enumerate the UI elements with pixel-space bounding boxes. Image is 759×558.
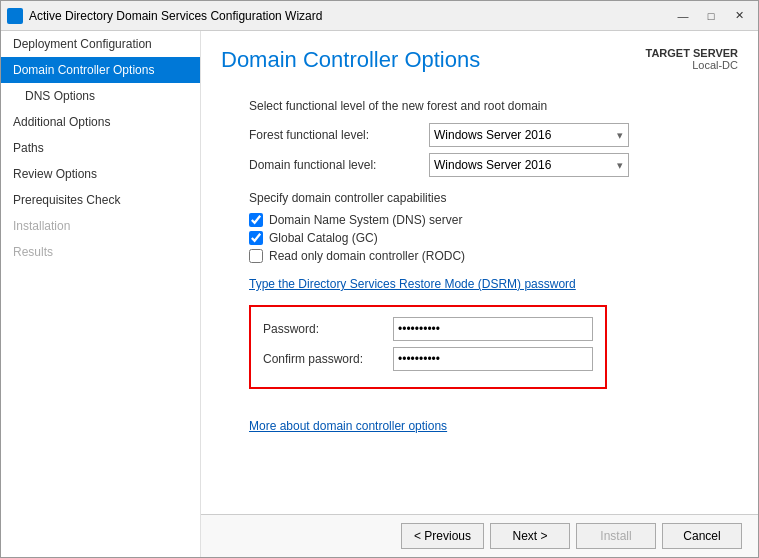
- password-row: Password:: [263, 317, 593, 341]
- sidebar-item-deployment-configuration[interactable]: Deployment Configuration: [1, 31, 200, 57]
- confirm-password-label: Confirm password:: [263, 352, 393, 366]
- footer: < Previous Next > Install Cancel: [201, 514, 758, 557]
- capabilities-section: Specify domain controller capabilities D…: [249, 191, 710, 263]
- target-server-name: Local-DC: [646, 59, 739, 71]
- more-link[interactable]: More about domain controller options: [249, 419, 447, 433]
- page-header: Domain Controller Options TARGET SERVER …: [201, 31, 758, 85]
- main-content: Domain Controller Options TARGET SERVER …: [201, 31, 758, 557]
- forest-level-label: Forest functional level:: [249, 128, 429, 142]
- cancel-button[interactable]: Cancel: [662, 523, 742, 549]
- dsrm-password-box: Password: Confirm password:: [249, 305, 607, 389]
- target-server-label: TARGET SERVER: [646, 47, 739, 59]
- domain-level-label: Domain functional level:: [249, 158, 429, 172]
- window-controls: — □ ✕: [670, 6, 752, 26]
- next-button[interactable]: Next >: [490, 523, 570, 549]
- capabilities-label: Specify domain controller capabilities: [249, 191, 710, 205]
- sidebar-item-prerequisites-check[interactable]: Prerequisites Check: [1, 187, 200, 213]
- main-body: Select functional level of the new fores…: [201, 85, 758, 514]
- dns-checkbox-label[interactable]: Domain Name System (DNS) server: [269, 213, 462, 227]
- domain-level-row: Domain functional level: Windows Server …: [249, 153, 710, 177]
- dns-checkbox-row: Domain Name System (DNS) server: [249, 213, 710, 227]
- password-input[interactable]: [393, 317, 593, 341]
- domain-level-select[interactable]: Windows Server 2016 Windows Server 2012 …: [429, 153, 629, 177]
- close-button[interactable]: ✕: [726, 6, 752, 26]
- confirm-password-input[interactable]: [393, 347, 593, 371]
- main-window: Active Directory Domain Services Configu…: [0, 0, 759, 558]
- maximize-button[interactable]: □: [698, 6, 724, 26]
- sidebar-item-results: Results: [1, 239, 200, 265]
- rodc-checkbox[interactable]: [249, 249, 263, 263]
- sidebar-item-paths[interactable]: Paths: [1, 135, 200, 161]
- previous-button[interactable]: < Previous: [401, 523, 484, 549]
- password-label: Password:: [263, 322, 393, 336]
- forest-level-select-wrapper: Windows Server 2016 Windows Server 2012 …: [429, 123, 629, 147]
- gc-checkbox-row: Global Catalog (GC): [249, 231, 710, 245]
- rodc-checkbox-row: Read only domain controller (RODC): [249, 249, 710, 263]
- sidebar: Deployment Configuration Domain Controll…: [1, 31, 201, 557]
- domain-level-select-wrapper: Windows Server 2016 Windows Server 2012 …: [429, 153, 629, 177]
- rodc-checkbox-label[interactable]: Read only domain controller (RODC): [269, 249, 465, 263]
- functional-level-description: Select functional level of the new fores…: [249, 99, 710, 113]
- target-server-info: TARGET SERVER Local-DC: [646, 47, 739, 71]
- content-area: Deployment Configuration Domain Controll…: [1, 31, 758, 557]
- install-button: Install: [576, 523, 656, 549]
- sidebar-item-installation: Installation: [1, 213, 200, 239]
- gc-checkbox-label[interactable]: Global Catalog (GC): [269, 231, 378, 245]
- app-icon: [7, 8, 23, 24]
- confirm-password-row: Confirm password:: [263, 347, 593, 371]
- dns-checkbox[interactable]: [249, 213, 263, 227]
- title-bar: Active Directory Domain Services Configu…: [1, 1, 758, 31]
- dsrm-label: Type the Directory Services Restore Mode…: [249, 277, 710, 291]
- functional-level-section: Select functional level of the new fores…: [225, 99, 734, 433]
- gc-checkbox[interactable]: [249, 231, 263, 245]
- window-title: Active Directory Domain Services Configu…: [29, 9, 670, 23]
- forest-level-select[interactable]: Windows Server 2016 Windows Server 2012 …: [429, 123, 629, 147]
- sidebar-item-domain-controller-options[interactable]: Domain Controller Options: [1, 57, 200, 83]
- sidebar-item-additional-options[interactable]: Additional Options: [1, 109, 200, 135]
- sidebar-item-dns-options[interactable]: DNS Options: [1, 83, 200, 109]
- dsrm-section: Type the Directory Services Restore Mode…: [249, 277, 710, 389]
- sidebar-item-review-options[interactable]: Review Options: [1, 161, 200, 187]
- page-title: Domain Controller Options: [221, 47, 480, 73]
- minimize-button[interactable]: —: [670, 6, 696, 26]
- forest-level-row: Forest functional level: Windows Server …: [249, 123, 710, 147]
